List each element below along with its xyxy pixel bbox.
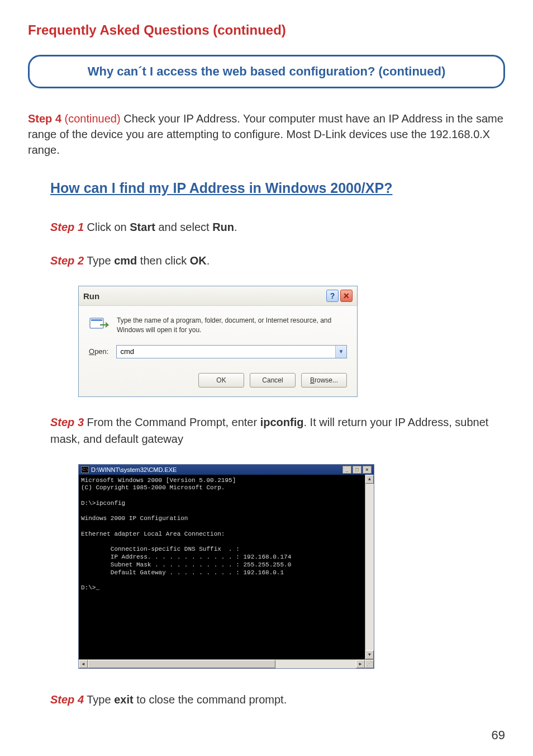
cmd-window: C:\ D:\WINNT\system32\CMD.EXE _ □ × Micr… — [78, 464, 374, 669]
step1-mid: and select — [155, 221, 212, 233]
step4-pre: Type — [84, 693, 114, 706]
step3-ipconfig: ipconfig — [260, 416, 304, 428]
step3-pre: From the Command Prompt, enter — [84, 416, 260, 428]
step2-pre: Type — [84, 254, 114, 267]
step2-cmd: cmd — [114, 254, 137, 267]
step4-end: to close the command prompt. — [134, 693, 287, 706]
page-title: Frequently Asked Questions (continued) — [28, 22, 505, 38]
scroll-down-icon[interactable]: ▼ — [365, 650, 374, 659]
step1-start: Start — [130, 221, 155, 233]
hscroll-thumb[interactable] — [88, 660, 275, 668]
help-button[interactable]: ? — [326, 290, 339, 302]
step3-label: Step 3 — [50, 416, 84, 428]
run-icon — [89, 316, 109, 333]
cmd-titlebar: C:\ D:\WINNT\system32\CMD.EXE _ □ × — [79, 465, 374, 475]
cmd-output: Microsoft Windows 2000 [Version 5.00.219… — [79, 475, 365, 659]
step2-label: Step 2 — [50, 254, 84, 267]
section-heading: How can I find my IP Address in Windows … — [50, 180, 505, 196]
run-titlebar: Run ? ✕ — [79, 286, 357, 306]
chevron-down-icon[interactable]: ▼ — [335, 346, 346, 358]
question-banner: Why can´t I access the web based configu… — [28, 55, 505, 88]
minimize-button[interactable]: _ — [342, 466, 351, 474]
horizontal-scrollbar[interactable]: ◄ ► ⋰ — [79, 659, 374, 668]
scroll-left-icon[interactable]: ◄ — [79, 660, 88, 668]
run-description: Type the name of a program, folder, docu… — [117, 316, 347, 335]
cmd-title: D:\WINNT\system32\CMD.EXE — [91, 466, 177, 473]
svg-rect-1 — [91, 319, 102, 321]
page-number: 69 — [492, 728, 505, 743]
continued-text: (continued) — [61, 112, 123, 125]
step4-label: Step 4 — [50, 693, 84, 706]
vscroll-track[interactable] — [365, 484, 374, 650]
step2-end: . — [207, 254, 210, 267]
step3-line: Step 3 From the Command Prompt, enter ip… — [50, 414, 505, 447]
step1-label: Step 1 — [50, 221, 84, 233]
close-button[interactable]: ✕ — [340, 290, 353, 302]
intro-paragraph: Step 4 (continued) Check your IP Address… — [28, 111, 505, 158]
scroll-up-icon[interactable]: ▲ — [365, 475, 374, 484]
step1-line: Step 1 Click on Start and select Run. — [50, 219, 505, 235]
step4-label: Step 4 — [28, 112, 61, 125]
open-input[interactable] — [117, 346, 335, 358]
run-dialog: Run ? ✕ Type the name of a program, fold… — [78, 286, 358, 397]
step2-mid: then click — [137, 254, 189, 267]
step1-end: . — [234, 221, 237, 233]
step4-exit: exit — [114, 693, 133, 706]
hscroll-track[interactable] — [88, 660, 356, 668]
question-banner-text: Why can´t I access the web based configu… — [52, 64, 481, 79]
cancel-button[interactable]: Cancel — [250, 373, 296, 388]
step1-run: Run — [212, 221, 234, 233]
open-combobox[interactable]: ▼ — [116, 345, 347, 358]
close-button[interactable]: × — [363, 466, 372, 474]
cmd-icon: C:\ — [81, 466, 89, 473]
ok-button[interactable]: OK — [198, 373, 244, 388]
step2-line: Step 2 Type cmd then click OK. — [50, 252, 505, 269]
maximize-button[interactable]: □ — [353, 466, 361, 474]
step4-line: Step 4 Type exit to close the command pr… — [50, 691, 505, 708]
step1-pre: Click on — [84, 221, 130, 233]
step2-ok: OK — [190, 254, 207, 267]
browse-button[interactable]: Browse... — [301, 373, 347, 388]
vertical-scrollbar[interactable]: ▲ ▼ — [365, 475, 374, 659]
scroll-right-icon[interactable]: ► — [356, 660, 365, 668]
open-label: Open: — [89, 347, 108, 356]
run-title: Run — [83, 291, 99, 301]
resize-grip-icon[interactable]: ⋰ — [365, 660, 374, 668]
